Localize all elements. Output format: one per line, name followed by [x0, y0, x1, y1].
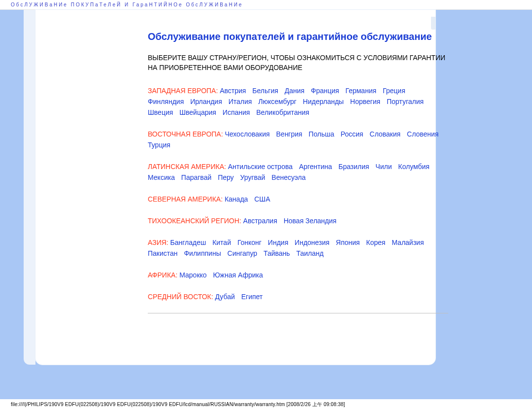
country-link[interactable]: Австралия [243, 217, 277, 225]
country-link[interactable]: Португалия [387, 98, 424, 105]
country-link[interactable]: Япония [336, 239, 360, 246]
country-link[interactable]: Франция [311, 87, 339, 95]
country-link[interactable]: Россия [340, 130, 363, 138]
country-link[interactable]: Словакия [369, 130, 400, 138]
country-link[interactable]: Новая Зеландия [284, 217, 336, 225]
country-link[interactable]: Южная Африка [213, 271, 263, 279]
country-link[interactable]: США [254, 195, 270, 203]
region-block: СЕВЕРНАЯ АМЕРИКА: Канада США [148, 194, 448, 205]
country-link[interactable]: Бразилия [338, 163, 369, 171]
country-link[interactable]: Антильские острова [228, 163, 293, 171]
country-link[interactable]: Италия [229, 98, 252, 105]
left-gutter [24, 10, 35, 365]
country-link[interactable]: Пакистан [148, 249, 178, 257]
region-block: АЗИЯ: Бангладеш Китай Гонконг Индия Индо… [148, 237, 448, 259]
country-link[interactable]: Бельгия [252, 87, 278, 95]
region-label: СРЕДНИЙ ВОСТОК: [148, 293, 213, 301]
country-link[interactable]: Дания [285, 87, 304, 95]
country-link[interactable]: Германия [345, 87, 376, 95]
page-header-bar: ОбсЛУЖИВаНИе ПОКУПаТеЛеЙ И ГараНТИЙНОе О… [0, 0, 532, 8]
region-label: ЗАПАДНАЯ ЕВРОПА: [148, 87, 218, 95]
country-link[interactable]: Нидерланды [303, 98, 344, 105]
country-link[interactable]: Испания [223, 108, 250, 116]
country-link[interactable]: Великобритания [256, 108, 309, 116]
country-link[interactable]: Корея [366, 239, 385, 246]
region-block: ЗАПАДНАЯ ЕВРОПА: Австрия Бельгия Дания Ф… [148, 85, 448, 118]
country-link[interactable]: Тайвань [264, 249, 290, 257]
region-label: ВОСТОЧНАЯ ЕВРОПА: [148, 130, 223, 138]
country-link[interactable]: Аргентина [299, 163, 332, 171]
country-link[interactable]: Канада [225, 195, 248, 203]
region-label: АФРИКА: [148, 271, 177, 279]
country-link[interactable]: Уругвай [240, 173, 266, 181]
country-link[interactable]: Филиппины [184, 249, 221, 257]
country-link[interactable]: Колумбия [398, 163, 430, 171]
region-label: ТИХООКЕАНСКИЙ РЕГИОН: [148, 217, 241, 225]
region-label: АЗИЯ: [148, 239, 168, 246]
page-title: Обслуживание покупателей и гарантийное о… [148, 32, 448, 42]
country-link[interactable]: Швейцария [179, 108, 216, 116]
region-block: ТИХООКЕАНСКИЙ РЕГИОН: Австралия Новая Зе… [148, 215, 448, 226]
region-label: ЛАТИНСКАЯ АМЕРИКА: [148, 163, 226, 171]
country-link[interactable]: Греция [383, 87, 405, 95]
country-link[interactable]: Гонконг [237, 239, 262, 246]
country-link[interactable]: Индия [268, 239, 288, 246]
paper: Обслуживание покупателей и гарантийное о… [35, 10, 435, 365]
country-link[interactable]: Парагвай [181, 173, 211, 181]
country-link[interactable]: Египет [241, 293, 263, 301]
country-link[interactable]: Перу [218, 173, 233, 181]
paper-background: Обслуживание покупателей и гарантийное о… [19, 10, 513, 384]
country-link[interactable]: Мексика [148, 173, 175, 181]
country-link[interactable]: Таиланд [296, 249, 323, 257]
region-label: СЕВЕРНАЯ АМЕРИКА: [148, 195, 223, 203]
country-link[interactable]: Чили [375, 163, 392, 171]
country-link[interactable]: Швеция [148, 108, 173, 116]
country-link[interactable]: Индонезия [295, 239, 330, 246]
country-link[interactable]: Финляндия [148, 98, 184, 105]
separator [148, 313, 448, 313]
country-link[interactable]: Венгрия [276, 130, 302, 138]
region-block: ВОСТОЧНАЯ ЕВРОПА: Чехословакия Венгрия П… [148, 129, 448, 150]
region-block: АФРИКА: Марокко Южная Африка [148, 270, 448, 280]
region-block: СРЕДНИЙ ВОСТОК: Дубай Египет [148, 291, 448, 302]
country-link[interactable]: Чехословакия [225, 130, 269, 138]
country-link[interactable]: Дубай [215, 293, 235, 301]
country-link[interactable]: Малайзия [392, 239, 424, 246]
content-area: Обслуживание покупателей и гарантийное о… [148, 32, 448, 317]
country-link[interactable]: Словения [407, 130, 438, 138]
country-link[interactable]: Турция [148, 141, 170, 149]
country-link[interactable]: Сингапур [228, 249, 257, 257]
country-link[interactable]: Люксембург [258, 98, 297, 105]
intro-text: ВЫБЕРИТЕ ВАШУ СТРАНУ/РЕГИОН, ЧТОБЫ ОЗНАК… [148, 53, 448, 72]
country-link[interactable]: Польша [309, 130, 334, 138]
country-link[interactable]: Австрия [220, 87, 246, 95]
document-viewport: Обслуживание покупателей и гарантийное о… [0, 9, 532, 399]
region-block: ЛАТИНСКАЯ АМЕРИКА: Антильские острова Ар… [148, 161, 448, 183]
country-link[interactable]: Бангладеш [170, 239, 206, 246]
country-link[interactable]: Норвегия [350, 98, 380, 105]
country-link[interactable]: Ирландия [190, 98, 222, 105]
country-link[interactable]: Марокко [179, 271, 206, 279]
country-link[interactable]: Венесуэла [271, 173, 305, 181]
footer-file-path: file:///I|/PHILIPS/190V9 EDFU(022508)/19… [11, 401, 345, 408]
country-link[interactable]: Китай [212, 239, 231, 246]
